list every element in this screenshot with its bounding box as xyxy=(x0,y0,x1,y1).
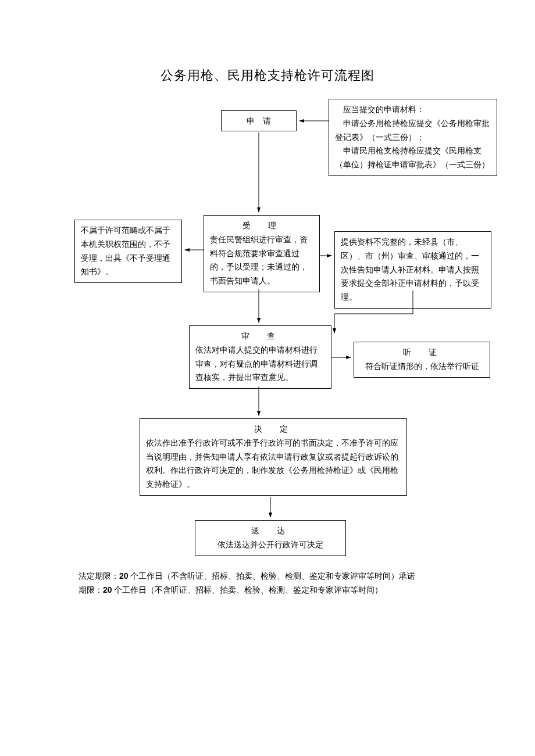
flow-arrows xyxy=(0,0,535,756)
